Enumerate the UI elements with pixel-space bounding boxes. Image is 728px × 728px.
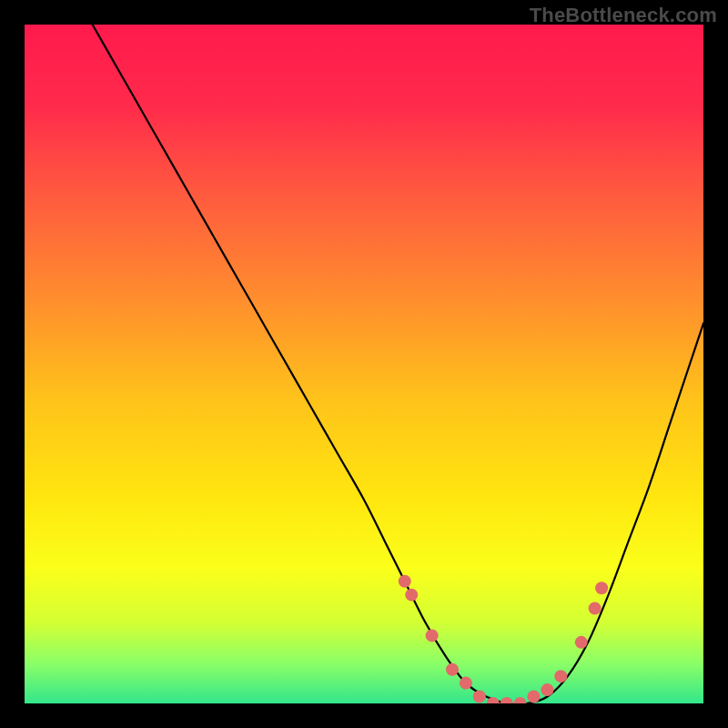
plot-svg [25, 25, 703, 703]
app-frame: TheBottleneck.com [0, 0, 728, 728]
highlight-dot [541, 683, 553, 696]
highlight-dot [426, 629, 439, 642]
highlight-dot [446, 663, 459, 676]
plot-area [25, 25, 703, 703]
highlight-dot [399, 575, 411, 588]
highlight-dot [473, 691, 486, 703]
highlight-dot [595, 581, 608, 594]
highlight-dot [460, 677, 472, 690]
highlight-dot [554, 670, 567, 682]
highlight-dot [528, 691, 541, 703]
highlight-dot [405, 589, 418, 602]
gradient-background [25, 25, 703, 703]
highlight-dot [575, 636, 588, 649]
highlight-dot [589, 602, 602, 615]
